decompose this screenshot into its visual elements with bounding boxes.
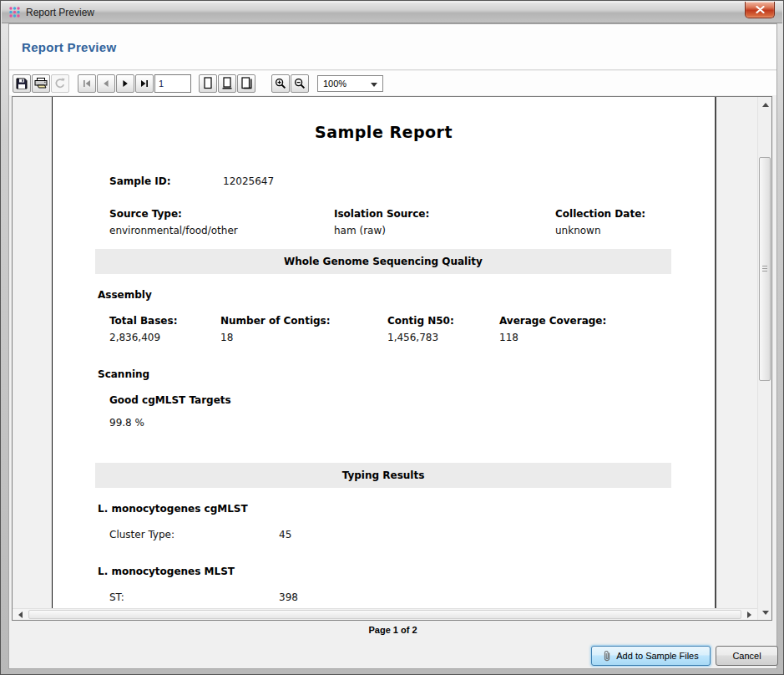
zoom-level-select[interactable]: 100% [317,75,383,92]
st-value: 398 [279,591,298,603]
header: Report Preview [9,24,776,70]
multi-page-icon [240,77,253,89]
st-label: ST: [109,591,124,603]
toolbar: 100% [9,71,776,95]
good-cgmlst-targets-label: Good cgMLST Targets [109,394,231,406]
total-bases-value: 2,836,409 [109,332,160,343]
save-button[interactable] [13,74,31,93]
isolation-source-value: ham (raw) [334,225,386,236]
scroll-right-button[interactable] [742,609,756,620]
cgmlst-section-heading: L. monocytogenes cgMLST [98,503,248,515]
zoom-in-button[interactable] [271,74,290,93]
next-page-button[interactable] [116,74,134,93]
scroll-up-button[interactable] [758,98,772,111]
sample-id-value: 12025647 [223,175,274,187]
last-page-icon [140,79,149,88]
scroll-left-button[interactable] [13,609,28,620]
cluster-type-value: 45 [279,529,291,541]
cluster-type-label: Cluster Type: [109,529,175,541]
printer-icon [34,78,48,89]
number-of-contigs-value: 18 [220,332,233,343]
refresh-button[interactable] [51,74,69,93]
collection-date-value: unknown [555,225,601,236]
vertical-scrollbar[interactable] [757,97,771,620]
vertical-scrollbar-thumb[interactable] [759,157,771,381]
isolation-source-label: Isolation Source: [334,208,429,220]
first-page-button[interactable] [78,74,96,93]
print-button[interactable] [32,74,50,93]
cancel-button[interactable]: Cancel [716,646,778,666]
whole-page-view-button[interactable] [199,74,217,93]
report-page: Sample Report Sample ID: 12025647 Source… [52,97,716,609]
statusbar: Page 1 of 2 [9,621,776,639]
zoom-out-icon [294,78,306,89]
paperclip-icon [603,650,611,662]
zoom-out-button[interactable] [291,74,309,93]
add-to-sample-files-label: Add to Sample Files [616,651,698,661]
arrow-down-icon [762,611,769,615]
report-title: Sample Report [53,123,715,141]
next-page-icon [121,79,129,88]
dialog-heading: Report Preview [22,40,116,54]
cancel-label: Cancel [732,651,761,661]
average-coverage-label: Average Coverage: [499,315,606,327]
report-preview-pane: Sample Report Sample ID: 12025647 Source… [12,96,772,621]
page-width-view-button[interactable] [218,74,236,93]
horizontal-scrollbar-thumb[interactable] [28,610,741,619]
app-dots-icon [8,6,21,18]
first-page-icon [83,79,91,88]
last-page-button[interactable] [135,74,154,93]
collection-date-label: Collection Date: [555,208,645,220]
page-indicator: Page 1 of 2 [368,625,417,635]
zoom-level-value: 100% [323,79,346,89]
page-number-input[interactable] [154,74,191,93]
close-button[interactable] [745,2,775,18]
number-of-contigs-label: Number of Contigs: [220,315,331,327]
page-width-icon [221,77,233,89]
total-bases-label: Total Bases: [109,315,177,327]
zoom-in-icon [275,78,286,89]
previous-page-button[interactable] [97,74,115,93]
refresh-icon [54,78,66,89]
assembly-heading: Assembly [98,289,152,301]
source-type-value: environmental/food/other [109,225,238,236]
sample-id-label: Sample ID: [109,175,171,187]
source-type-label: Source Type: [109,208,182,220]
multi-page-view-button[interactable] [237,74,255,93]
contig-n50-label: Contig N50: [387,315,454,327]
typing-results-banner: Typing Results [95,463,671,488]
arrow-left-icon [18,612,23,618]
window-title: Report Preview [26,7,94,18]
average-coverage-value: 118 [499,332,518,343]
report-preview-window: Report Preview Report Preview [0,0,784,675]
chevron-down-icon [371,83,377,87]
dialog-client-area: Report Preview [8,23,777,669]
scroll-down-button[interactable] [758,606,772,619]
scanning-heading: Scanning [98,368,149,380]
add-to-sample-files-button[interactable]: Add to Sample Files [591,646,711,666]
single-page-icon [202,77,214,89]
close-icon [756,6,765,13]
mlst-section-heading: L. monocytogenes MLST [98,566,235,577]
arrow-right-icon [747,612,751,618]
previous-page-icon [102,79,110,88]
horizontal-scrollbar[interactable] [13,608,757,620]
good-cgmlst-targets-value: 99.8 % [109,417,144,429]
titlebar[interactable]: Report Preview [2,2,782,23]
wgs-quality-banner: Whole Genome Sequencing Quality [95,249,671,274]
save-icon [16,78,28,89]
arrow-up-icon [762,103,769,107]
contig-n50-value: 1,456,783 [387,332,438,343]
